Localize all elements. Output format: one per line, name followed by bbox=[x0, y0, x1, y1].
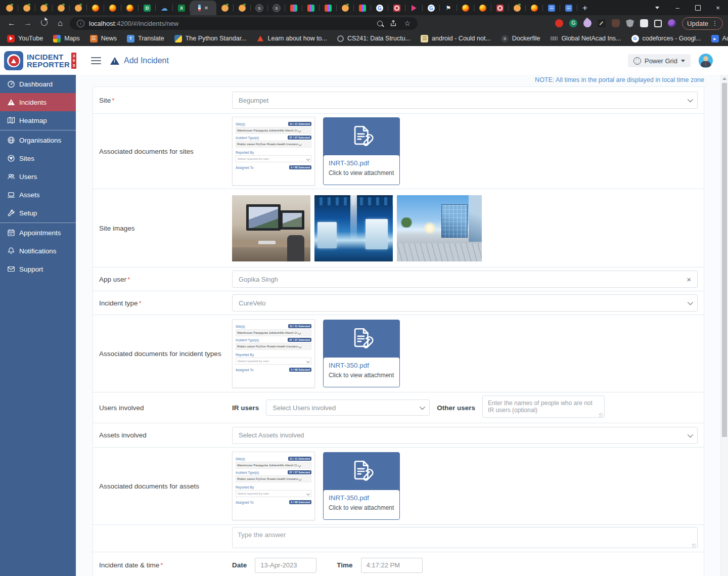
incident-type-select[interactable]: CureVelo bbox=[232, 294, 698, 312]
active-tab-incident-reporter[interactable]: × bbox=[190, 1, 216, 15]
kebab-menu-icon[interactable]: ⋮ bbox=[712, 20, 718, 27]
browser-tab[interactable] bbox=[285, 1, 302, 15]
pen-extension-icon[interactable] bbox=[598, 19, 606, 27]
forward-button[interactable]: → bbox=[21, 19, 34, 28]
user-avatar[interactable] bbox=[699, 54, 713, 68]
form-preview-thumbnail[interactable]: Site(s)11 / 11 Selected Warehouse Panjag… bbox=[232, 117, 315, 186]
sidebar-item-support[interactable]: Support bbox=[0, 260, 76, 278]
sidebar-item-sites[interactable]: Sites bbox=[0, 149, 76, 167]
sidebar-item-organisations[interactable]: Organisations bbox=[0, 131, 76, 149]
attachment-card[interactable]: INRT-350.pdf Click to view attachment bbox=[323, 320, 400, 387]
reload-button[interactable] bbox=[37, 19, 51, 28]
adblock-extension-icon[interactable] bbox=[555, 19, 563, 27]
tab-close-icon[interactable]: × bbox=[204, 5, 208, 11]
sidebar-item-heatmap[interactable]: Heatmap bbox=[0, 111, 76, 129]
browser-tab[interactable] bbox=[302, 1, 320, 15]
close-button[interactable]: × bbox=[708, 0, 728, 15]
browser-tab[interactable] bbox=[337, 1, 354, 15]
browser-tab[interactable] bbox=[53, 1, 70, 15]
attachment-filename[interactable]: INRT-350.pdf bbox=[329, 159, 394, 167]
ir-users-select[interactable]: Select Users involved bbox=[266, 400, 430, 416]
browser-tab[interactable] bbox=[104, 1, 121, 15]
browser-tab[interactable] bbox=[70, 1, 87, 15]
extensions-puzzle-icon[interactable] bbox=[640, 19, 648, 27]
bookmark-item[interactable]: Global NetAcad Ins... bbox=[550, 35, 621, 42]
bookmark-item[interactable]: YouTube bbox=[7, 35, 43, 42]
paw-extension-icon[interactable] bbox=[612, 19, 620, 27]
tab-search-button[interactable] bbox=[647, 0, 667, 15]
browser-tab[interactable] bbox=[543, 1, 560, 15]
form-preview-thumbnail[interactable]: Site(s)11 / 11 Selected Warehouse Panjag… bbox=[232, 452, 315, 520]
app-logo[interactable]: INCIDENTREPORTER 365 bbox=[0, 51, 80, 70]
answer-textarea[interactable] bbox=[232, 527, 698, 548]
bookmark-item[interactable]: News bbox=[90, 35, 117, 42]
back-button[interactable]: ← bbox=[5, 19, 18, 28]
browser-tab[interactable] bbox=[1, 1, 18, 15]
browser-tab[interactable] bbox=[509, 1, 526, 15]
app-user-input[interactable]: Gopika Singh× bbox=[232, 271, 698, 288]
clear-icon[interactable]: × bbox=[687, 275, 691, 284]
sidebar-item-setup[interactable]: Setup bbox=[0, 204, 76, 222]
site-image-building-exterior[interactable] bbox=[397, 195, 482, 261]
site-select[interactable]: Begumpet bbox=[232, 92, 698, 109]
bookmark-item[interactable]: android - Could not... bbox=[421, 35, 491, 42]
browser-tab[interactable] bbox=[87, 1, 104, 15]
zoom-search-icon[interactable] bbox=[377, 21, 383, 26]
browser-tab[interactable] bbox=[139, 1, 156, 15]
attachment-filename[interactable]: INRT-350.pdf bbox=[329, 494, 394, 502]
minimize-button[interactable]: – bbox=[667, 0, 688, 15]
sidebar-item-assets[interactable]: Assets bbox=[0, 186, 76, 204]
browser-tab[interactable] bbox=[405, 1, 423, 15]
feather-extension-icon[interactable] bbox=[582, 18, 594, 29]
grammarly-extension-icon[interactable] bbox=[569, 19, 577, 27]
resize-handle-icon[interactable] bbox=[599, 413, 603, 417]
scrollbar-thumb[interactable] bbox=[722, 83, 727, 437]
update-button[interactable]: Update⋮ bbox=[682, 17, 723, 30]
organisation-selector[interactable]: Power Grid bbox=[628, 54, 691, 67]
browser-tab[interactable] bbox=[457, 1, 474, 15]
bookmark-item[interactable]: The Python Standar... bbox=[174, 35, 247, 42]
address-bar[interactable]: i localhost:4200/#/incidents/new ☆ bbox=[70, 17, 418, 30]
browser-tab[interactable] bbox=[423, 1, 440, 15]
browser-tab[interactable] bbox=[474, 1, 491, 15]
bookmark-item[interactable]: codeforces - Googl... bbox=[631, 35, 701, 42]
browser-tab[interactable] bbox=[371, 1, 388, 15]
attachment-card[interactable]: INRT-350.pdf Click to view attachment bbox=[323, 452, 400, 520]
bookmark-item[interactable]: CS241: Data Structu... bbox=[337, 35, 411, 42]
browser-tab[interactable] bbox=[320, 1, 337, 15]
browser-tab[interactable] bbox=[526, 1, 543, 15]
browser-tab[interactable] bbox=[35, 1, 53, 15]
bookmark-item[interactable]: Translate bbox=[127, 35, 164, 42]
sidebar-item-incidents[interactable]: Incidents bbox=[0, 93, 76, 111]
browser-tab[interactable] bbox=[268, 1, 285, 15]
browser-tab[interactable] bbox=[216, 1, 234, 15]
site-image-office-workstation[interactable] bbox=[232, 195, 310, 261]
form-preview-thumbnail[interactable]: Site(s)11 / 11 Selected Warehouse Panjag… bbox=[232, 319, 315, 388]
browser-tab[interactable] bbox=[388, 1, 405, 15]
sidebar-item-appointments[interactable]: Appointments bbox=[0, 224, 76, 242]
bookmark-star-icon[interactable]: ☆ bbox=[404, 19, 411, 27]
sidebar-item-users[interactable]: Users bbox=[0, 167, 76, 186]
new-tab-button[interactable]: + bbox=[577, 1, 593, 15]
home-button[interactable]: ⌂ bbox=[54, 19, 67, 28]
vertical-scrollbar[interactable] bbox=[720, 75, 728, 576]
attachment-card[interactable]: INRT-350.pdf Click to view attachment bbox=[323, 117, 400, 185]
shield-extension-icon[interactable] bbox=[626, 19, 634, 27]
browser-tab[interactable] bbox=[440, 1, 457, 15]
sidebar-item-dashboard[interactable]: Dashboard bbox=[0, 75, 76, 93]
browser-profile-avatar[interactable] bbox=[668, 19, 676, 27]
attachment-filename[interactable]: INRT-350.pdf bbox=[329, 362, 394, 369]
site-image-industrial-facility[interactable] bbox=[314, 195, 393, 261]
date-input[interactable] bbox=[255, 558, 316, 573]
browser-tab[interactable] bbox=[251, 1, 268, 15]
assets-involved-select[interactable]: Select Assets involved bbox=[232, 427, 698, 444]
browser-tab[interactable] bbox=[491, 1, 509, 15]
page-info-icon[interactable]: i bbox=[77, 20, 84, 27]
browser-tab[interactable] bbox=[18, 1, 35, 15]
sidebar-item-notifications[interactable]: Notifications bbox=[0, 242, 76, 260]
browser-tab[interactable] bbox=[173, 1, 190, 15]
time-input[interactable] bbox=[361, 558, 423, 573]
browser-tab[interactable] bbox=[234, 1, 251, 15]
browser-tab[interactable] bbox=[354, 1, 371, 15]
bookmark-item[interactable]: Maps bbox=[53, 35, 80, 42]
